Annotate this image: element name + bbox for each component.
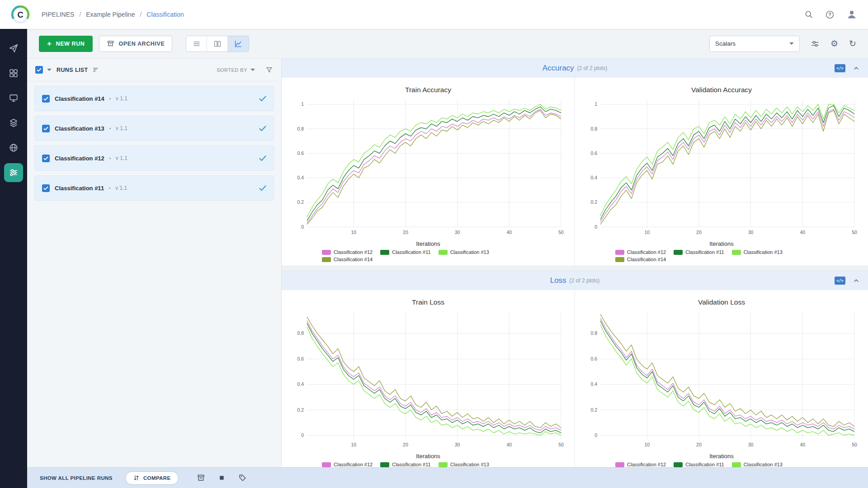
train-loss-svg[interactable]: 00.20.40.60.81020304050 [284,308,572,453]
run-checkbox[interactable] [42,95,50,103]
plus-icon: + [47,40,52,47]
svg-text:C: C [17,10,23,19]
run-row-classification-14[interactable]: Classification #14 v 1.1 [34,86,274,111]
sorted-by-label: SORTED BY [217,67,247,73]
run-name: Classification #11 [55,185,104,192]
run-checkbox[interactable] [42,155,50,162]
section-title: Loss [550,276,566,285]
legend-item[interactable]: Classification #11 [380,462,430,467]
svg-text:50: 50 [558,442,564,447]
datasets-icon[interactable] [4,113,23,132]
svg-text:40: 40 [506,230,512,235]
legend-label: Classification #11 [392,249,430,255]
legend-item[interactable]: Classification #12 [322,462,373,467]
breadcrumb: PIPELINES Example Pipeline Classificatio… [42,11,184,18]
legend-label: Classification #14 [627,257,666,262]
legend-item[interactable]: Classification #11 [674,249,724,255]
legend-item[interactable]: Classification #13 [732,249,783,255]
filter-icon[interactable] [265,66,273,74]
run-visible-check-icon [259,126,266,131]
legend-swatch-icon [380,250,389,255]
legend-item[interactable]: Classification #13 [732,462,783,467]
legend-item[interactable]: Classification #14 [322,257,373,262]
legend-item[interactable]: Classification #11 [380,249,430,255]
validation-loss-plot[interactable]: 00.20.40.60.81020304050 [578,308,865,453]
legend-swatch-icon [615,257,624,262]
legend-swatch-icon [732,462,741,467]
run-checkbox[interactable] [42,125,50,132]
svg-text:40: 40 [800,230,805,235]
run-checkbox[interactable] [42,184,50,192]
train-accuracy-svg[interactable]: 00.20.40.60.811020304050 [284,96,572,240]
compare-button[interactable]: COMPARE [125,471,179,485]
new-run-button[interactable]: + NEW RUN [39,36,93,52]
collapse-section-icon[interactable] [853,65,860,72]
legend-item[interactable]: Classification #11 [674,462,724,467]
auto-refresh-icon[interactable]: ↻ [849,39,856,48]
validation-loss-svg[interactable]: 00.20.40.60.81020304050 [578,308,865,453]
show-all-pipeline-runs-link[interactable]: SHOW ALL PIPELINE RUNS [40,475,113,481]
search-icon[interactable] [804,10,813,19]
svg-text:30: 30 [748,230,754,235]
legend-swatch-icon [439,462,448,467]
archive-runs-icon[interactable] [197,474,205,482]
run-row-classification-12[interactable]: Classification #12 v 1.1 [34,145,274,171]
validation-accuracy-svg[interactable]: 00.20.40.60.811020304050 [578,96,865,240]
chevron-down-icon [250,69,255,71]
legend-item[interactable]: Classification #12 [322,249,373,255]
help-icon[interactable]: ? [825,10,835,19]
svg-text:50: 50 [852,442,857,447]
add-tag-icon[interactable] [238,474,247,482]
svg-text:0.6: 0.6 [590,356,597,361]
reports-icon[interactable] [4,138,23,157]
legend-label: Classification #11 [392,462,430,467]
pipelines-icon[interactable] [4,163,23,182]
breadcrumb-example-pipeline[interactable]: Example Pipeline [86,11,146,18]
settings-gear-icon[interactable]: ⚙ [830,39,838,48]
breadcrumb-pipelines[interactable]: PIPELINES [42,11,86,18]
sort-menu-icon[interactable] [92,66,100,74]
table-view-button[interactable] [186,36,207,52]
train-loss-plot[interactable]: 00.20.40.60.81020304050 [284,308,572,453]
train-accuracy-plot[interactable]: 00.20.40.60.811020304050 [284,96,572,240]
svg-text:0: 0 [594,224,597,230]
legend-item[interactable]: Classification #12 [615,462,666,467]
breadcrumb-classification[interactable]: Classification [146,11,184,18]
select-all-checkbox[interactable] [35,66,43,74]
svg-text:20: 20 [696,442,702,447]
legend-swatch-icon [322,257,331,262]
chart-xlabel: Iterations [284,453,572,460]
svg-text:0: 0 [594,432,597,438]
split-view-button[interactable] [207,36,228,52]
run-row-classification-11[interactable]: Classification #11 v 1.1 [34,175,274,201]
svg-text:10: 10 [644,230,650,235]
svg-text:0.6: 0.6 [297,150,304,156]
embed-code-icon[interactable] [835,64,845,72]
run-visible-check-icon [259,96,266,102]
legend-label: Classification #13 [450,249,489,255]
select-all-caret-icon[interactable] [47,69,52,71]
abort-run-icon[interactable] [218,474,226,482]
section-divider [282,266,868,271]
tune-settings-icon[interactable] [811,39,820,48]
open-archive-button[interactable]: OPEN ARCHIVE [99,36,172,52]
projects-icon[interactable] [4,64,23,83]
new-run-label: NEW RUN [56,41,85,47]
legend-item[interactable]: Classification #13 [439,462,489,467]
embed-code-icon[interactable] [835,277,845,285]
collapse-section-icon[interactable] [853,277,860,284]
chart-view-button[interactable] [228,36,249,52]
run-row-classification-13[interactable]: Classification #13 v 1.1 [34,116,274,141]
chart-xlabel: Iterations [578,453,865,460]
svg-text:0.4: 0.4 [297,381,304,387]
metric-view-select[interactable]: Scalars [709,36,800,52]
user-avatar-icon[interactable] [846,9,857,20]
getting-started-icon[interactable] [4,39,23,58]
validation-accuracy-plot[interactable]: 00.20.40.60.811020304050 [578,96,865,240]
sorted-by-control[interactable]: SORTED BY [217,67,255,73]
legend-item[interactable]: Classification #13 [439,249,489,255]
workers-queues-icon[interactable] [4,89,23,108]
legend-item[interactable]: Classification #12 [615,249,666,255]
legend-item[interactable]: Classification #14 [615,257,666,262]
clearml-logo-icon[interactable]: C [11,5,30,24]
